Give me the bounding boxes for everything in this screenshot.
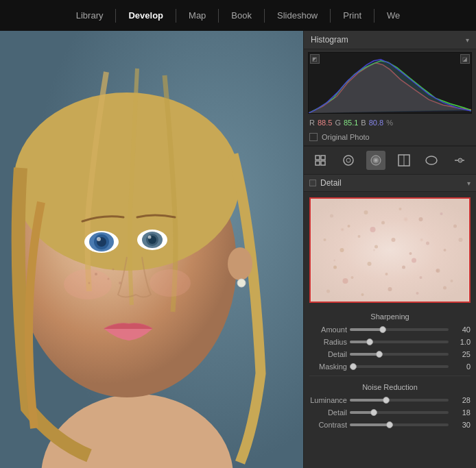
noise-luminance-value: 28 — [451, 396, 471, 404]
noise-detail-track[interactable] — [350, 411, 449, 414]
original-photo-checkbox[interactable] — [309, 133, 318, 141]
noise-contrast-track[interactable] — [350, 423, 449, 426]
photo-area — [0, 31, 303, 468]
nav-library[interactable]: Library — [64, 0, 116, 31]
sharpening-masking-thumb[interactable] — [350, 363, 357, 370]
svg-point-28 — [344, 156, 353, 165]
svg-point-71 — [343, 278, 348, 284]
svg-point-66 — [388, 287, 392, 291]
svg-point-35 — [426, 156, 437, 164]
sharpening-detail-track[interactable] — [350, 353, 449, 356]
nav-web[interactable]: We — [374, 0, 412, 31]
tools-row — [304, 147, 476, 175]
detail-dropdown-icon[interactable]: ▾ — [467, 180, 471, 187]
histogram-shadow-icon[interactable]: ◩ — [310, 54, 320, 64]
sharpening-detail-fill — [350, 353, 379, 356]
svg-rect-24 — [316, 156, 320, 160]
svg-point-57 — [351, 276, 354, 279]
noise-contrast-thumb[interactable] — [386, 421, 393, 428]
sharpening-detail-label: Detail — [309, 350, 347, 358]
preview-svg — [311, 199, 469, 301]
minimize-icon[interactable] — [309, 180, 316, 186]
sharpening-radius-thumb[interactable] — [366, 338, 373, 345]
nav-slideshow[interactable]: Slideshow — [265, 0, 330, 31]
gradient-tool[interactable] — [394, 151, 414, 170]
detail-title: Detail — [320, 178, 342, 188]
detail-section: Detail ▾ + ▾ — [304, 175, 476, 468]
radial-tool[interactable] — [422, 151, 441, 170]
svg-point-37 — [458, 158, 462, 162]
svg-point-50 — [374, 245, 378, 249]
svg-point-46 — [453, 225, 457, 228]
svg-point-32 — [374, 159, 377, 162]
sharpening-masking-track[interactable] — [350, 365, 449, 368]
svg-point-9 — [97, 237, 101, 241]
svg-rect-27 — [321, 161, 325, 165]
svg-point-64 — [326, 290, 330, 293]
svg-point-70 — [412, 258, 416, 263]
noise-contrast-label: Contrast — [309, 421, 347, 429]
sharpening-masking-row: Masking 0 — [304, 360, 476, 373]
svg-point-65 — [361, 293, 364, 296]
sharpening-title: Sharpening — [304, 308, 476, 323]
svg-point-42 — [381, 221, 385, 225]
svg-rect-25 — [321, 156, 325, 160]
sharpening-amount-label: Amount — [309, 325, 347, 334]
histogram-title: Histogram — [311, 35, 348, 45]
svg-point-48 — [340, 248, 344, 252]
nav-book[interactable]: Book — [219, 0, 264, 31]
svg-point-20 — [119, 282, 121, 284]
svg-point-47 — [324, 238, 326, 241]
svg-point-52 — [409, 252, 412, 255]
svg-point-21 — [88, 282, 91, 284]
crop-tool[interactable] — [311, 151, 330, 170]
noise-reduction-title: Noise Reduction — [304, 379, 476, 394]
svg-point-29 — [346, 158, 350, 162]
sharpening-radius-track[interactable] — [350, 341, 449, 343]
histogram-graph: ◩ ◪ — [308, 52, 472, 114]
histogram-highlight-icon[interactable]: ◪ — [460, 54, 470, 64]
noise-contrast-row: Contrast 30 — [304, 419, 476, 431]
sharpening-radius-value: 1.0 — [451, 338, 471, 346]
svg-point-60 — [402, 266, 405, 269]
nav-develop[interactable]: Develop — [116, 0, 176, 31]
svg-point-61 — [420, 276, 423, 279]
adjustment-tool[interactable] — [450, 151, 469, 170]
svg-point-69 — [370, 227, 376, 232]
svg-rect-26 — [316, 161, 320, 165]
svg-point-19 — [112, 269, 115, 271]
sharpening-amount-value: 40 — [451, 325, 471, 334]
sharpening-masking-value: 0 — [451, 362, 471, 371]
noise-luminance-row: Luminance 28 — [304, 394, 476, 406]
nav-map[interactable]: Map — [176, 0, 218, 31]
svg-point-43 — [399, 208, 402, 210]
svg-point-59 — [385, 273, 388, 275]
sharpening-detail-thumb[interactable] — [376, 351, 383, 358]
preview-image — [311, 199, 469, 301]
noise-luminance-fill — [350, 399, 386, 402]
g-label: G — [335, 119, 341, 127]
nav-print[interactable]: Print — [331, 0, 374, 31]
sharpening-amount-track[interactable] — [350, 328, 449, 331]
noise-luminance-thumb[interactable] — [383, 397, 390, 404]
spot-heal-tool[interactable] — [339, 151, 358, 170]
histogram-icons-row: ◩ ◪ — [310, 54, 470, 64]
histogram-section: Histogram ▾ ◩ ◪ R — [304, 31, 476, 147]
svg-point-51 — [392, 238, 396, 242]
histogram-header: Histogram ▾ — [304, 31, 476, 49]
svg-point-58 — [368, 262, 372, 266]
noise-luminance-track[interactable] — [350, 399, 449, 402]
r-value: 88.5 — [318, 119, 332, 127]
rgb-values-row: R 88.5 G 85.1 B 80.8 % — [304, 116, 476, 130]
right-panel: Histogram ▾ ◩ ◪ R — [303, 31, 476, 468]
svg-point-39 — [330, 214, 333, 218]
redeye-tool[interactable] — [366, 151, 385, 170]
sharpening-detail-row: Detail 25 — [304, 348, 476, 360]
detail-header: Detail ▾ — [304, 175, 476, 192]
sharpening-amount-thumb[interactable] — [379, 326, 386, 333]
portrait-svg — [0, 31, 303, 468]
original-photo-row: Original Photo — [304, 130, 476, 146]
noise-detail-thumb[interactable] — [370, 409, 377, 416]
svg-point-15 — [64, 269, 112, 299]
histogram-dropdown-icon[interactable]: ▾ — [466, 36, 469, 44]
